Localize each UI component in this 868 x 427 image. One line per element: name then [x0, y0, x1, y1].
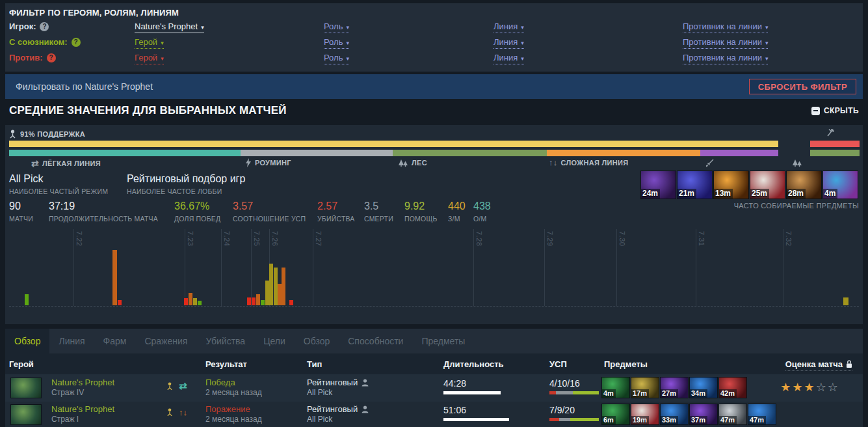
- reset-filter-button[interactable]: СБРОСИТЬ ФИЛЬТР: [749, 79, 856, 94]
- tab-farm[interactable]: Фарм: [94, 329, 136, 353]
- ward-icon: [166, 381, 173, 391]
- golden-hand-item[interactable]: 13m: [713, 171, 749, 199]
- patch-tick-label: 7.25: [253, 231, 261, 246]
- col-match-rating[interactable]: Оценка матча: [785, 359, 852, 371]
- rank-label: Страж IV: [51, 388, 84, 397]
- core-axe-icon: [826, 128, 835, 137]
- tab-fights[interactable]: Сражения: [135, 329, 196, 353]
- ally-hero-dropdown[interactable]: Герой▾: [135, 37, 164, 49]
- golden-bird-item[interactable]: 17m: [631, 377, 659, 398]
- star-icon[interactable]: ★: [780, 381, 792, 394]
- match-result-link[interactable]: Победа: [205, 378, 235, 387]
- ally-lane-opponent-dropdown[interactable]: Противник на линии▾: [683, 37, 768, 49]
- purple-blade-item[interactable]: 24m: [640, 171, 676, 199]
- player-role-dropdown[interactable]: Роль▾: [324, 21, 349, 33]
- star-icon[interactable]: ★: [792, 381, 804, 394]
- player-lane-dropdown[interactable]: Линия▾: [493, 21, 524, 33]
- col-duration: Длительность: [443, 359, 504, 369]
- person-icon: [362, 379, 369, 387]
- histogram-bar: [112, 250, 117, 305]
- gridline: [544, 229, 545, 306]
- tab-overview[interactable]: Обзор: [5, 329, 49, 353]
- blue-glow-item[interactable]: 34m: [689, 377, 718, 398]
- help-icon[interactable]: ?: [72, 38, 81, 47]
- minus-icon: [811, 107, 820, 115]
- kda-bar: [549, 418, 599, 421]
- match-row: Nature's Prophet Страж I ↑↓ Поражение 2 …: [5, 402, 863, 427]
- updown-arrows-icon: ↑↓: [179, 408, 187, 417]
- lane-segment: [393, 150, 547, 156]
- patch-tick-label: 7.29: [546, 231, 554, 246]
- ally-role-dropdown[interactable]: Роль▾: [324, 37, 349, 49]
- match-items-list: 4m 17m 27m 34m 42m: [601, 377, 747, 398]
- help-icon[interactable]: ?: [40, 22, 49, 31]
- enemy-hero-dropdown[interactable]: Герой▾: [135, 53, 164, 64]
- histogram-bar: [25, 294, 29, 305]
- tab-overview-2[interactable]: Обзор: [295, 329, 339, 353]
- caret-down-icon: ▾: [765, 24, 769, 31]
- swap-lane-icon: ⇄: [31, 158, 39, 169]
- hide-summary-button[interactable]: СКРЫТЬ: [811, 106, 859, 115]
- hero-avatar[interactable]: [10, 378, 42, 398]
- tab-kills[interactable]: Убийства: [196, 329, 254, 353]
- patch-tick-label: 7.31: [698, 231, 705, 246]
- gray-sword-item[interactable]: 47m: [718, 404, 747, 425]
- ally-lane-dropdown[interactable]: Линия▾: [493, 37, 524, 49]
- jungle-side-label: [792, 158, 802, 167]
- tab-abilities[interactable]: Способности: [339, 329, 412, 353]
- player-hero-dropdown[interactable]: Nature's Prophet▾: [135, 21, 204, 33]
- enemy-role-dropdown[interactable]: Роль▾: [324, 53, 349, 64]
- tab-objectives[interactable]: Цели: [254, 329, 295, 353]
- match-rating-stars[interactable]: ★★★☆☆: [780, 380, 839, 394]
- patch-tick-label: 7.30: [618, 231, 626, 246]
- ward-icon: [9, 129, 16, 139]
- blue-boots-item[interactable]: 21m: [677, 171, 713, 199]
- lock-icon: [846, 360, 852, 368]
- hero-avatar[interactable]: [10, 404, 42, 425]
- histogram-bar: [189, 293, 192, 305]
- tab-lane[interactable]: Линия: [49, 329, 94, 353]
- player-lane-opponent-dropdown[interactable]: Противник на линии▾: [683, 21, 768, 33]
- caret-down-icon: ▾: [521, 55, 524, 62]
- blue-glow-item[interactable]: 33m: [660, 404, 689, 425]
- star-icon[interactable]: ☆: [816, 381, 828, 394]
- histogram-bar: [261, 300, 265, 305]
- hero-name-link[interactable]: Nature's Prophet: [51, 378, 114, 387]
- filter-row-player: Игрок: ? Nature's Prophet▾ Роль▾ Линия▾ …: [9, 21, 859, 34]
- active-filter-bar: Фильтровать по Nature's Prophet СБРОСИТЬ…: [5, 74, 863, 99]
- green-boots-item[interactable]: 4m: [601, 377, 630, 398]
- stat-winrate: 36.67%ДОЛЯ ПОБЕД: [174, 200, 220, 223]
- help-icon[interactable]: ?: [47, 53, 56, 62]
- jungle-label: ЛЕС: [398, 158, 427, 167]
- gridline: [221, 229, 222, 306]
- purple-blade-item[interactable]: 37m: [689, 404, 718, 425]
- caret-down-icon: ▾: [346, 55, 349, 62]
- gridline: [185, 229, 185, 306]
- caret-down-icon: ▾: [765, 55, 769, 62]
- bronze-ring-item[interactable]: 28m: [786, 171, 822, 199]
- enemy-lane-dropdown[interactable]: Линия▾: [493, 53, 524, 64]
- star-icon[interactable]: ★: [804, 381, 816, 394]
- filter-row-ally: С союзником: ? Герой▾ Роль▾ Линия▾ Проти…: [9, 37, 859, 50]
- caret-down-icon: ▾: [346, 24, 349, 31]
- red-blade-item[interactable]: 42m: [718, 377, 747, 398]
- lane-segment: [700, 150, 778, 156]
- match-result-link[interactable]: Поражение: [205, 404, 250, 414]
- tab-items[interactable]: Предметы: [412, 329, 474, 353]
- person-icon: [362, 406, 369, 413]
- frequent-items-caption: ЧАСТО СОБИРАЕМЫЕ ПРЕДМЕТЫ: [734, 202, 859, 210]
- kda-segment: [549, 391, 556, 394]
- hero-name-link[interactable]: Nature's Prophet: [51, 404, 114, 414]
- white-red-mask-item[interactable]: 25m: [750, 171, 785, 199]
- kda-bar: [549, 391, 599, 394]
- white-red-mask-item[interactable]: 19m: [631, 404, 659, 425]
- green-boots-item[interactable]: 6m: [601, 404, 630, 425]
- enemy-lane-opponent-dropdown[interactable]: Противник на линии▾: [683, 53, 768, 64]
- lane-distribution-bar: [9, 150, 778, 156]
- blue-magenta-ring-item[interactable]: 4m: [822, 171, 858, 199]
- sword-icon: [705, 158, 715, 167]
- star-icon[interactable]: ☆: [828, 381, 839, 394]
- purple-blade-item[interactable]: 27m: [660, 377, 689, 398]
- blue-staff-item[interactable]: 47m: [748, 404, 776, 425]
- histogram-bar: [247, 297, 251, 305]
